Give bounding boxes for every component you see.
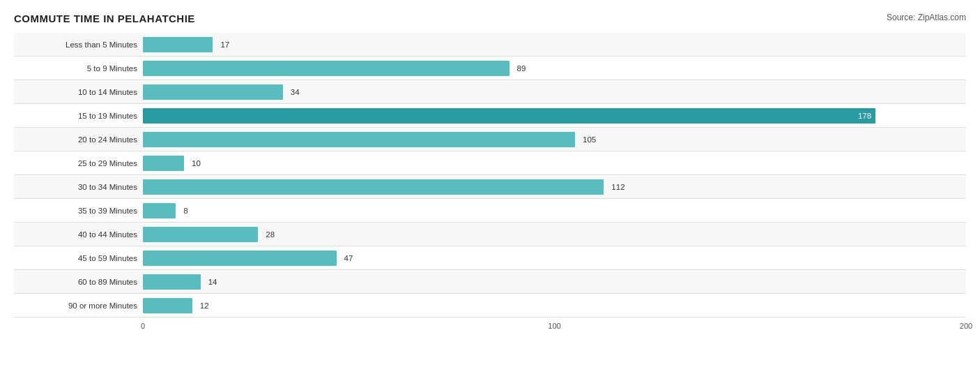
bar-value: 89 [514, 64, 526, 73]
bar-label: 25 to 29 Minutes [14, 159, 143, 167]
chart-source: Source: ZipAtlas.com [887, 13, 966, 22]
bar-row: 30 to 34 Minutes112 [14, 175, 966, 199]
bar-value: 8 [180, 207, 187, 215]
x-axis: 0100200 [14, 320, 966, 334]
bar: 17 [143, 37, 213, 52]
bar-label: 10 to 14 Minutes [14, 88, 143, 96]
bar: 112 [143, 179, 604, 195]
bar-area: 47 [143, 246, 966, 269]
bar-value: 112 [608, 183, 625, 191]
bar-value: 14 [205, 278, 217, 286]
x-axis-tick: 100 [548, 322, 560, 330]
bar-label: Less than 5 Minutes [14, 40, 143, 49]
bar-area: 10 [143, 151, 966, 174]
bar-label: 60 to 89 Minutes [14, 278, 143, 286]
bar: 10 [143, 156, 184, 171]
bar-label: 40 to 44 Minutes [14, 230, 143, 239]
bar-value: 178 [858, 112, 871, 120]
bar-value: 34 [287, 88, 300, 96]
bar-value: 28 [262, 230, 275, 239]
bar-area: 28 [143, 223, 966, 246]
bar-area: 34 [143, 80, 966, 103]
bar-label: 30 to 34 Minutes [14, 183, 143, 191]
x-axis-tick: 0 [141, 322, 145, 330]
bar: 47 [143, 251, 337, 266]
bar-label: 20 to 24 Minutes [14, 135, 143, 144]
bar-area: 112 [143, 175, 966, 198]
bar-row: 90 or more Minutes12 [14, 294, 966, 318]
x-axis-inner: 0100200 [143, 320, 966, 334]
bar-value: 17 [217, 40, 229, 49]
bar-value: 10 [188, 159, 201, 167]
bar-label: 15 to 19 Minutes [14, 112, 143, 120]
bar: 28 [143, 227, 258, 242]
bar-row: 25 to 29 Minutes10 [14, 151, 966, 175]
bar-row: 60 to 89 Minutes14 [14, 270, 966, 294]
bar: 105 [143, 132, 575, 147]
bar-row: 45 to 59 Minutes47 [14, 246, 966, 270]
bar-area: 12 [143, 294, 966, 317]
bar-value: 12 [197, 301, 209, 310]
bar-row: Less than 5 Minutes17 [14, 33, 966, 57]
bar: 8 [143, 203, 176, 218]
bar-area: 14 [143, 270, 966, 293]
bar-row: 20 to 24 Minutes105 [14, 128, 966, 151]
bar-row: 35 to 39 Minutes8 [14, 199, 966, 223]
bar-label: 45 to 59 Minutes [14, 254, 143, 262]
bar: 12 [143, 298, 192, 313]
chart-title: COMMUTE TIME IN PELAHATCHIE [14, 13, 195, 24]
bar-area: 178 [143, 104, 966, 127]
x-axis-tick: 200 [960, 322, 972, 330]
bar-area: 8 [143, 199, 966, 222]
bar: 178 [143, 108, 875, 124]
bar-row: 15 to 19 Minutes178 [14, 104, 966, 128]
bar-row: 5 to 9 Minutes89 [14, 57, 966, 80]
bar: 34 [143, 84, 283, 100]
bar-row: 10 to 14 Minutes34 [14, 80, 966, 104]
bar: 89 [143, 61, 510, 76]
bar: 14 [143, 274, 201, 290]
bar-label: 5 to 9 Minutes [14, 64, 143, 73]
bar-area: 89 [143, 57, 966, 80]
chart-body: Less than 5 Minutes175 to 9 Minutes8910 … [14, 33, 966, 318]
bar-area: 17 [143, 33, 966, 56]
chart-container: COMMUTE TIME IN PELAHATCHIE Source: ZipA… [0, 0, 980, 365]
bar-row: 40 to 44 Minutes28 [14, 223, 966, 246]
bar-label: 35 to 39 Minutes [14, 207, 143, 215]
bar-label: 90 or more Minutes [14, 301, 143, 310]
chart-header: COMMUTE TIME IN PELAHATCHIE Source: ZipA… [14, 13, 966, 24]
bar-value: 47 [341, 254, 353, 262]
bar-value: 105 [579, 135, 596, 144]
bar-area: 105 [143, 128, 966, 151]
